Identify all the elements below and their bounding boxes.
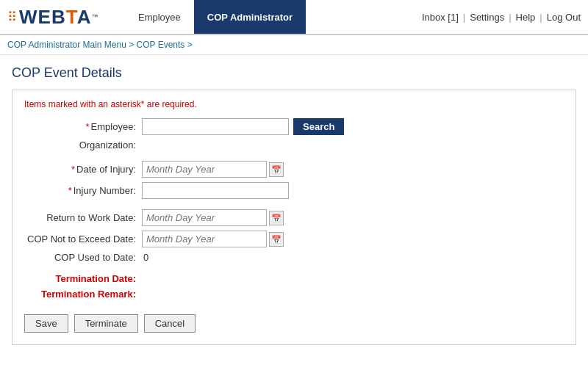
breadcrumb-part1[interactable]: COP Administrator Main Menu [7, 40, 126, 50]
form-area: Items marked with an asterisk* are requi… [12, 90, 576, 345]
employee-req-star: * [86, 121, 90, 132]
header-right: Inbox [1] | Settings | Help | Log Out [415, 12, 588, 23]
nav-tabs: Employee COP Administrator [125, 0, 415, 34]
save-button[interactable]: Save [24, 314, 68, 333]
termination-date-row: Termination Date: [24, 273, 564, 284]
doi-req-star: * [71, 164, 75, 175]
settings-link[interactable]: Settings [470, 12, 504, 23]
injury-number-input[interactable] [142, 182, 289, 199]
breadcrumb-sep2: > [184, 40, 192, 50]
logo-text: WEBTA [19, 6, 91, 29]
required-note: Items marked with an asterisk* are requi… [24, 99, 564, 109]
required-note-prefix: Items marked with an asterisk [24, 99, 141, 109]
cop-used-row: COP Used to Date: 0 [24, 252, 564, 263]
cop-not-exceed-row: COP Not to Exceed Date: 📅 [24, 231, 564, 247]
return-to-work-calendar-icon[interactable]: 📅 [269, 211, 284, 225]
return-to-work-input[interactable] [142, 209, 267, 226]
injury-number-label: *Injury Number: [24, 185, 142, 196]
date-of-injury-calendar-icon[interactable]: 📅 [269, 162, 284, 177]
help-link[interactable]: Help [516, 12, 536, 23]
breadcrumb: COP Administrator Main Menu > COP Events… [0, 35, 588, 55]
organization-row: Organization: [24, 140, 564, 151]
injury-number-row: *Injury Number: [24, 182, 564, 199]
search-button[interactable]: Search [293, 118, 344, 135]
date-of-injury-input[interactable] [142, 161, 267, 178]
cancel-button[interactable]: Cancel [144, 314, 196, 333]
breadcrumb-sep1: > [126, 40, 137, 50]
return-to-work-row: Return to Work Date: 📅 [24, 209, 564, 226]
cop-used-label: COP Used to Date: [24, 252, 142, 263]
inbox-link[interactable]: Inbox [1] [422, 12, 459, 23]
cop-used-value: 0 [143, 252, 148, 263]
logo-area: ⠿ WEBTA™ [0, 6, 125, 29]
logo-dots: ⠿ [7, 9, 16, 25]
date-of-injury-row: *Date of Injury: 📅 [24, 161, 564, 178]
in-req-star: * [68, 185, 72, 196]
tab-employee[interactable]: Employee [125, 0, 194, 34]
tab-cop-administrator[interactable]: COP Administrator [194, 0, 306, 34]
sep3: | [539, 12, 542, 23]
button-row: Save Terminate Cancel [24, 314, 564, 333]
termination-date-label: Termination Date: [24, 273, 142, 284]
termination-remark-label: Termination Remark: [24, 289, 142, 300]
page-content: COP Event Details Items marked with an a… [0, 55, 588, 355]
employee-label: *Employee: [24, 121, 142, 132]
logout-link[interactable]: Log Out [547, 12, 581, 23]
cop-not-exceed-label: COP Not to Exceed Date: [24, 233, 142, 245]
app-header: ⠿ WEBTA™ Employee COP Administrator Inbo… [0, 0, 588, 35]
sep2: | [509, 12, 511, 23]
sep1: | [463, 12, 465, 23]
termination-remark-row: Termination Remark: [24, 289, 564, 300]
terminate-button[interactable]: Terminate [74, 314, 138, 333]
breadcrumb-part2[interactable]: COP Events [137, 40, 185, 50]
cop-not-exceed-input[interactable] [142, 231, 267, 247]
organization-label: Organization: [24, 140, 142, 151]
cop-not-exceed-calendar-icon[interactable]: 📅 [269, 232, 284, 247]
page-title: COP Event Details [12, 65, 576, 81]
employee-input[interactable] [142, 118, 289, 135]
logo-tm: ™ [91, 13, 98, 21]
required-note-suffix: are required. [144, 99, 196, 109]
employee-row: *Employee: Search [24, 118, 564, 135]
return-to-work-label: Return to Work Date: [24, 212, 142, 223]
date-of-injury-label: *Date of Injury: [24, 164, 142, 175]
